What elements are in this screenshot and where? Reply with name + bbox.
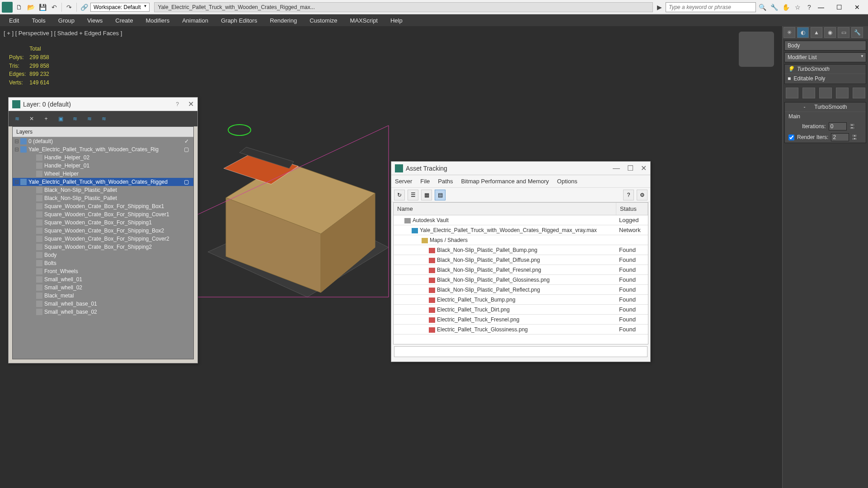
layer-new-icon[interactable]: ≋	[12, 114, 22, 124]
layer-hide-icon[interactable]: ≋	[84, 114, 94, 124]
link-icon[interactable]: 🔗	[79, 2, 89, 13]
object-item[interactable]: Front_Wheels	[13, 267, 193, 275]
binoculars-icon[interactable]: 🔍	[757, 2, 768, 13]
layer-item[interactable]: ⊟Yale_Electric_Pallet_Truck_with_Wooden_…	[13, 178, 193, 186]
minimize-icon[interactable]: —	[816, 2, 826, 13]
asset-row[interactable]: Electric_Pallet_Truck_Dirt.pngFound	[394, 305, 648, 315]
render-iters-spinner[interactable]: ▴▾	[852, 134, 857, 140]
asset-row[interactable]: Black_Non-Slip_Plastic_Pallet_Bump.pngFo…	[394, 245, 648, 255]
star-icon[interactable]: ☆	[792, 2, 803, 13]
hand-icon[interactable]: ✋	[780, 2, 791, 13]
object-name-field[interactable]: Body	[784, 41, 866, 51]
menu-item-help[interactable]: Help	[390, 17, 403, 24]
asset-col-name[interactable]: Name	[394, 203, 616, 215]
motion-tab-icon[interactable]: ◉	[824, 27, 836, 38]
viewport-label[interactable]: [ + ] [ Perspective ] [ Shaded + Edged F…	[4, 30, 122, 37]
asset-table-icon[interactable]: ▤	[435, 190, 446, 200]
display-tab-icon[interactable]: ▭	[838, 27, 849, 38]
layer-item[interactable]: ⊟0 (default)✓	[13, 137, 193, 145]
close-icon[interactable]: ✕	[852, 2, 863, 13]
asset-settings-icon[interactable]: ⚙	[637, 190, 647, 200]
layer-tree-header[interactable]: Layers	[13, 127, 193, 137]
object-item[interactable]: Small_whell_base_01	[13, 300, 193, 308]
asset-col-status[interactable]: Status	[616, 203, 648, 215]
redo-icon[interactable]: ↷	[64, 2, 75, 13]
menu-item-modifiers[interactable]: Modifiers	[145, 17, 169, 24]
asset-menu-server[interactable]: Server	[395, 178, 412, 185]
object-item[interactable]: Small_whell_base_02	[13, 308, 193, 316]
asset-row[interactable]: Yale_Electric_Pallet_Truck_with_Wooden_C…	[394, 225, 648, 235]
object-item[interactable]: Square_Wooden_Crate_Box_For_Shipping2	[13, 243, 193, 251]
asset-tree-icon[interactable]: ▦	[421, 190, 432, 200]
render-iters-checkbox[interactable]	[788, 135, 794, 140]
layer-select-icon[interactable]: ▣	[56, 114, 66, 124]
menu-item-graph-editors[interactable]: Graph Editors	[221, 17, 257, 24]
asset-dialog-minimize-icon[interactable]: —	[613, 164, 620, 172]
modifier-stack[interactable]: 💡TurboSmooth■Editable Poly	[784, 64, 866, 84]
asset-menu-paths[interactable]: Paths	[438, 178, 453, 185]
layer-dialog-help-icon[interactable]: ?	[176, 101, 179, 107]
search-input[interactable]	[666, 2, 756, 12]
box-icon[interactable]: ▢	[184, 146, 189, 153]
menu-item-tools[interactable]: Tools	[32, 17, 45, 24]
object-item[interactable]: Small_whell_01	[13, 275, 193, 284]
rollout-header[interactable]: - TurboSmooth	[785, 102, 866, 112]
show-end-result-icon[interactable]	[802, 88, 815, 98]
object-item[interactable]: Small_whell_02	[13, 284, 193, 292]
asset-row[interactable]: Electric_Pallet_Truck_Fresnel.pngFound	[394, 315, 648, 325]
layer-dialog-close-icon[interactable]: ✕	[188, 100, 194, 108]
object-item[interactable]: Square_Wooden_Crate_Box_For_Shipping_Cov…	[13, 235, 193, 243]
layer-dialog-titlebar[interactable]: Layer: 0 (default) ? ✕	[9, 98, 197, 111]
iterations-input[interactable]	[829, 122, 847, 130]
menu-item-create[interactable]: Create	[115, 17, 133, 24]
object-item[interactable]: Square_Wooden_Crate_Box_For_Shipping_Box…	[13, 202, 193, 210]
layer-delete-icon[interactable]: ✕	[27, 114, 37, 124]
asset-menu-bitmap-performance-and-memory[interactable]: Bitmap Performance and Memory	[461, 178, 549, 185]
object-item[interactable]: Square_Wooden_Crate_Box_For_Shipping_Box…	[13, 227, 193, 235]
save-icon[interactable]: 💾	[37, 2, 48, 13]
hierarchy-tab-icon[interactable]: ▲	[811, 27, 822, 38]
menu-item-edit[interactable]: Edit	[9, 17, 19, 24]
object-item[interactable]: Black_Non-Slip_Plastic_Pallet	[13, 194, 193, 202]
object-item[interactable]: Wheel_Helper	[13, 170, 193, 178]
wrench-icon[interactable]: 🔧	[769, 2, 779, 13]
render-iters-input[interactable]	[831, 133, 849, 141]
layer-highlight-icon[interactable]: ≋	[70, 114, 80, 124]
asset-row[interactable]: Electric_Pallet_Truck_Glossiness.pngFoun…	[394, 325, 648, 335]
object-item[interactable]: Bolts	[13, 259, 193, 267]
menu-item-customize[interactable]: Customize	[310, 17, 337, 24]
menu-item-group[interactable]: Group	[58, 17, 75, 24]
modifier-list-dropdown[interactable]: Modifier List	[784, 52, 866, 62]
layer-item[interactable]: ⊟Yale_Electric_Pallet_Truck_with_Wooden_…	[13, 145, 193, 153]
object-item[interactable]: Black_metal	[13, 292, 193, 300]
modifier-stack-item[interactable]: ■Editable Poly	[785, 74, 866, 84]
open-icon[interactable]: 📂	[25, 2, 36, 13]
viewcube-icon[interactable]	[739, 32, 774, 67]
asset-row[interactable]: Black_Non-Slip_Plastic_Pallet_Glossiness…	[394, 275, 648, 285]
menu-item-views[interactable]: Views	[87, 17, 103, 24]
help-icon[interactable]: ?	[804, 2, 815, 13]
asset-refresh-icon[interactable]: ↻	[394, 190, 405, 200]
make-unique-icon[interactable]	[819, 88, 832, 98]
undo-icon[interactable]: ↶	[49, 2, 60, 13]
object-item[interactable]: Handle_Helper_01	[13, 162, 193, 170]
modify-tab-icon[interactable]: ◐	[797, 27, 809, 38]
asset-row[interactable]: Black_Non-Slip_Plastic_Pallet_Diffuse.pn…	[394, 255, 648, 265]
object-item[interactable]: Body	[13, 251, 193, 259]
box-icon[interactable]: ▢	[184, 179, 189, 185]
asset-list-icon[interactable]: ☰	[408, 190, 418, 200]
asset-row[interactable]: Maps / Shaders	[394, 235, 648, 245]
asset-row[interactable]: Black_Non-Slip_Plastic_Pallet_Reflect.pn…	[394, 285, 648, 295]
menu-item-maxscript[interactable]: MAXScript	[350, 17, 378, 24]
menu-item-rendering[interactable]: Rendering	[270, 17, 297, 24]
utilities-tab-icon[interactable]: 🔧	[851, 27, 863, 38]
configure-sets-icon[interactable]	[853, 88, 865, 98]
maximize-icon[interactable]: ☐	[834, 2, 845, 13]
asset-help-icon[interactable]: ?	[623, 190, 634, 200]
asset-dialog-maximize-icon[interactable]: ☐	[627, 164, 633, 172]
asset-menu-options[interactable]: Options	[557, 178, 577, 185]
pin-stack-icon[interactable]	[786, 88, 798, 98]
modifier-stack-item[interactable]: 💡TurboSmooth	[785, 65, 866, 74]
object-item[interactable]: Black_Non-Slip_Plastic_Pallet	[13, 186, 193, 194]
layer-add-icon[interactable]: +	[41, 114, 51, 124]
